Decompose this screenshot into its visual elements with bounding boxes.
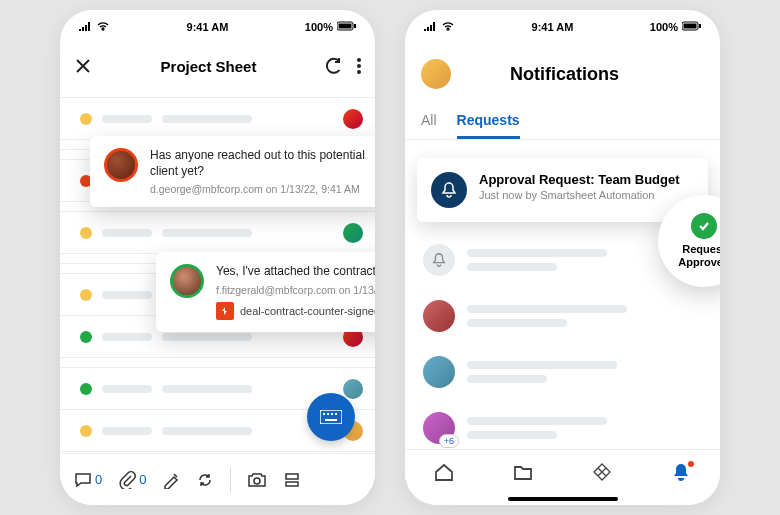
bell-icon	[423, 244, 455, 276]
more-badge: +6	[439, 434, 459, 448]
svg-point-5	[357, 70, 361, 74]
pdf-icon	[216, 302, 234, 320]
status-time: 9:41 AM	[532, 21, 574, 33]
unread-dot	[686, 459, 696, 469]
svg-rect-8	[327, 413, 329, 415]
grid-tab[interactable]	[591, 461, 613, 487]
svg-rect-14	[286, 482, 298, 486]
comment-text: Yes, I've attached the contract here.	[216, 264, 375, 280]
battery-percent: 100%	[305, 21, 333, 33]
svg-rect-10	[335, 413, 337, 415]
svg-rect-6	[320, 410, 342, 424]
notification-item[interactable]	[405, 288, 720, 344]
battery-icon	[682, 21, 702, 33]
svg-point-4	[357, 64, 361, 68]
svg-rect-2	[354, 24, 356, 28]
check-icon	[691, 213, 717, 239]
notification-title: Approval Request: Team Budget	[479, 172, 694, 187]
status-bar: 9:41 AM 100%	[60, 10, 375, 44]
app-header: Project Sheet	[60, 44, 375, 88]
approval-request-card[interactable]: Approval Request: Team Budget Just now b…	[417, 158, 708, 222]
comment-meta: d.george@mbfcorp.com on 1/13/22, 9:41 AM	[150, 183, 375, 195]
comment-meta: f.fitzgerald@mbfcorp.com on 1/13/22, 9:4…	[216, 284, 375, 296]
wifi-icon	[96, 21, 110, 33]
notification-list[interactable]: Approval Request: Team Budget Just now b…	[405, 140, 720, 464]
notifications-tab[interactable]	[670, 461, 692, 487]
attachments-button[interactable]: 0	[118, 471, 146, 489]
svg-rect-17	[699, 24, 701, 28]
svg-rect-9	[331, 413, 333, 415]
svg-rect-16	[683, 24, 696, 29]
sync-button[interactable]	[196, 471, 214, 489]
notification-item[interactable]	[405, 344, 720, 400]
svg-point-3	[357, 58, 361, 62]
comment-text: Has anyone reached out to this potential…	[150, 148, 375, 179]
signal-icon	[423, 21, 437, 33]
tab-requests[interactable]: Requests	[457, 104, 520, 139]
phone-notifications: 9:41 AM 100% Notifications All Requests …	[405, 10, 720, 505]
scan-button[interactable]	[283, 471, 301, 489]
notifications-header: Notifications	[405, 44, 720, 104]
battery-percent: 100%	[650, 21, 678, 33]
refresh-icon[interactable]	[325, 57, 343, 75]
signal-icon	[78, 21, 92, 33]
bell-icon	[431, 172, 467, 208]
avatar	[170, 264, 204, 298]
comment-popover[interactable]: Has anyone reached out to this potential…	[90, 136, 375, 207]
battery-icon	[337, 21, 357, 33]
attachment-link[interactable]: deal-contract-counter-signed.pdf	[216, 302, 375, 320]
page-title: Project Sheet	[161, 58, 257, 75]
table-row[interactable]	[60, 98, 375, 140]
avatar	[104, 148, 138, 182]
page-title: Notifications	[465, 64, 664, 85]
svg-rect-1	[338, 24, 351, 29]
camera-button[interactable]	[247, 472, 267, 488]
close-icon[interactable]	[74, 57, 92, 75]
avatar	[423, 356, 455, 388]
phone-project-sheet: 9:41 AM 100% Project Sheet	[60, 10, 375, 505]
folder-tab[interactable]	[512, 461, 534, 487]
notification-tabs: All Requests	[405, 104, 720, 140]
sheet-toolbar: 0 0	[60, 453, 375, 505]
svg-rect-11	[325, 419, 337, 421]
wifi-icon	[441, 21, 455, 33]
svg-point-12	[254, 478, 260, 484]
status-bar: 9:41 AM 100%	[405, 10, 720, 44]
status-time: 9:41 AM	[187, 21, 229, 33]
comments-button[interactable]: 0	[74, 472, 102, 488]
keyboard-fab[interactable]	[307, 393, 355, 441]
avatar	[423, 300, 455, 332]
home-indicator	[508, 497, 618, 501]
home-tab[interactable]	[433, 461, 455, 487]
comment-popover[interactable]: Yes, I've attached the contract here. f.…	[156, 252, 375, 332]
edit-button[interactable]	[162, 471, 180, 489]
notification-meta: Just now by Smartsheet Automation	[479, 189, 694, 201]
tab-all[interactable]: All	[421, 104, 437, 139]
table-row[interactable]	[60, 212, 375, 254]
notification-item[interactable]: +6	[405, 400, 720, 456]
svg-rect-7	[323, 413, 325, 415]
svg-rect-13	[286, 474, 298, 479]
more-icon[interactable]	[357, 58, 361, 74]
avatar[interactable]	[421, 59, 451, 89]
